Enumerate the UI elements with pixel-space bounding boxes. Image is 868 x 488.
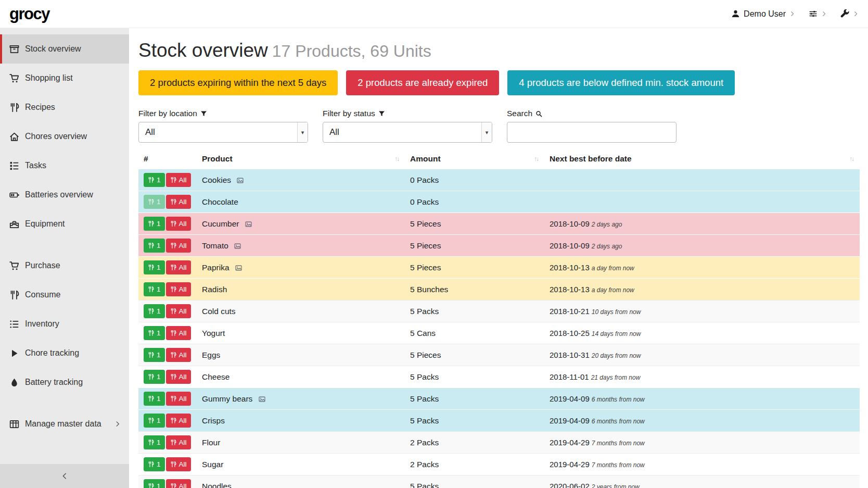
consume-one-button[interactable]: 1 [144, 414, 165, 428]
sidebar-item-icon [9, 132, 19, 142]
best-before-date-cell: 2019-04-096 months from now [544, 410, 860, 432]
utensils-icon [148, 220, 154, 227]
consume-one-button[interactable]: 1 [144, 173, 165, 187]
best-before-date: 2018-10-25 [550, 329, 590, 337]
consume-one-button[interactable]: 1 [144, 392, 165, 406]
sidebar-item-label: Purchase [25, 261, 60, 270]
table-row: 1 All Sugar 2 Packs 2019-04-297 months f… [138, 454, 860, 476]
product-image-icon[interactable] [245, 221, 252, 228]
consume-one-button[interactable]: 1 [144, 195, 165, 209]
best-before-date: 2018-10-21 [550, 307, 590, 316]
consume-one-button[interactable]: 1 [144, 479, 165, 488]
amount-cell: 5 Pieces [405, 344, 544, 366]
consume-all-button[interactable]: All [166, 435, 191, 449]
sidebar-item[interactable]: Chores overview [0, 122, 129, 151]
row-actions-cell: 1 All [138, 169, 197, 191]
consume-one-button[interactable]: 1 [144, 326, 165, 340]
product-image-icon[interactable] [258, 396, 266, 403]
consume-one-button[interactable]: 1 [144, 457, 165, 471]
column-header-amount[interactable]: Amount↑↓ [405, 151, 544, 169]
sidebar-item[interactable]: Purchase [0, 251, 129, 280]
consume-one-button[interactable]: 1 [144, 435, 165, 449]
column-header-number: # [138, 151, 197, 169]
sidebar-item[interactable]: Recipes [0, 93, 129, 122]
timeago-text: 2 days ago [592, 243, 622, 250]
filter-funnel-icon [200, 110, 207, 117]
sidebar-item[interactable]: Inventory [0, 309, 129, 339]
sidebar-item-icon [9, 378, 19, 387]
consume-all-button[interactable]: All [166, 260, 191, 274]
user-menu[interactable]: Demo User [731, 9, 795, 19]
amount-cell: 5 Bunches [405, 279, 544, 301]
consume-all-button[interactable]: All [166, 217, 191, 231]
consume-one-button[interactable]: 1 [144, 217, 165, 231]
status-filter-select[interactable]: All ▾ [323, 122, 492, 143]
consume-all-button[interactable]: All [166, 370, 191, 384]
stock-alert-button[interactable]: 2 products expiring within the next 5 da… [138, 70, 338, 95]
settings-menu[interactable] [809, 9, 827, 18]
amount-cell: 0 Packs [405, 191, 544, 213]
consume-all-button[interactable]: All [166, 304, 191, 318]
table-row: 1 All Noodles 5 Packs 2020-06-022 years … [138, 476, 860, 488]
sidebar-item-label: Chores overview [25, 132, 87, 141]
consume-all-button[interactable]: All [166, 173, 191, 187]
consume-one-button[interactable]: 1 [144, 260, 165, 274]
consume-all-button[interactable]: All [166, 282, 191, 296]
timeago-text: a day from now [592, 265, 634, 272]
consume-one-button[interactable]: 1 [144, 239, 165, 253]
sidebar-item[interactable]: Battery tracking [0, 368, 129, 397]
sidebar-item[interactable]: Shopping list [0, 64, 129, 93]
consume-all-button[interactable]: All [166, 479, 191, 488]
stock-alert-button[interactable]: 2 products are already expired [346, 70, 499, 95]
product-image-icon[interactable] [236, 177, 244, 184]
app-logo[interactable]: grocy [9, 5, 49, 23]
page-subtitle: 17 Products, 69 Units [272, 42, 431, 60]
sidebar-item[interactable]: Batteries overview [0, 180, 129, 209]
sort-icon[interactable]: ↑↓ [849, 155, 854, 162]
product-image-icon[interactable] [235, 265, 242, 271]
product-cell: Cold cuts [197, 301, 405, 322]
column-header-best-before-date[interactable]: Next best before date↑↓ [544, 151, 860, 169]
consume-all-button[interactable]: All [166, 326, 191, 340]
admin-tools-menu[interactable] [840, 9, 859, 18]
sidebar-item[interactable]: Stock overview [0, 34, 129, 64]
consume-one-button[interactable]: 1 [144, 304, 165, 318]
select-arrow-icon: ▾ [297, 122, 308, 142]
amount-cell: 5 Packs [405, 301, 544, 322]
best-before-date: 2019-04-09 [550, 394, 590, 403]
sidebar-item[interactable]: Tasks [0, 151, 129, 180]
product-cell: Radish [197, 279, 405, 301]
consume-all-button[interactable]: All [166, 414, 191, 428]
search-input[interactable] [507, 122, 676, 143]
best-before-date-cell: 2018-10-2110 days from now [544, 301, 860, 322]
sort-icon[interactable]: ↑↓ [394, 155, 400, 162]
location-filter-select[interactable]: All ▾ [138, 122, 308, 143]
column-header-product[interactable]: Product↑↓ [197, 151, 405, 169]
consume-one-button[interactable]: 1 [144, 348, 165, 362]
consume-one-button[interactable]: 1 [144, 370, 165, 384]
sidebar-item-label: Equipment [25, 219, 65, 229]
product-name: Chocolate [202, 197, 238, 206]
stock-alert-button[interactable]: 4 products are below defined min. stock … [507, 70, 735, 95]
sidebar-item[interactable]: Manage master data [0, 409, 129, 439]
consume-all-button[interactable]: All [166, 392, 191, 406]
sidebar-collapse-button[interactable] [0, 464, 129, 488]
consume-all-button[interactable]: All [166, 239, 191, 253]
consume-all-button[interactable]: All [166, 195, 191, 209]
row-actions-cell: 1 All [138, 257, 197, 279]
row-actions-cell: 1 All [138, 235, 197, 257]
sidebar-nav: Stock overview Shopping list Recipes Cho… [0, 28, 129, 464]
best-before-date: 2019-04-09 [550, 416, 590, 425]
product-image-icon[interactable] [234, 243, 241, 249]
consume-all-button[interactable]: All [166, 457, 191, 471]
utensils-icon [170, 352, 176, 358]
sidebar-item[interactable]: Consume [0, 280, 129, 309]
product-cell: Tomato [197, 235, 405, 257]
sidebar-item[interactable]: Equipment [0, 209, 129, 239]
utensils-icon [170, 242, 176, 249]
consume-all-button[interactable]: All [166, 348, 191, 362]
amount-cell: 5 Pieces [405, 235, 544, 257]
sort-icon[interactable]: ↑↓ [534, 155, 539, 162]
sidebar-item[interactable]: Chore tracking [0, 339, 129, 368]
consume-one-button[interactable]: 1 [144, 282, 165, 296]
